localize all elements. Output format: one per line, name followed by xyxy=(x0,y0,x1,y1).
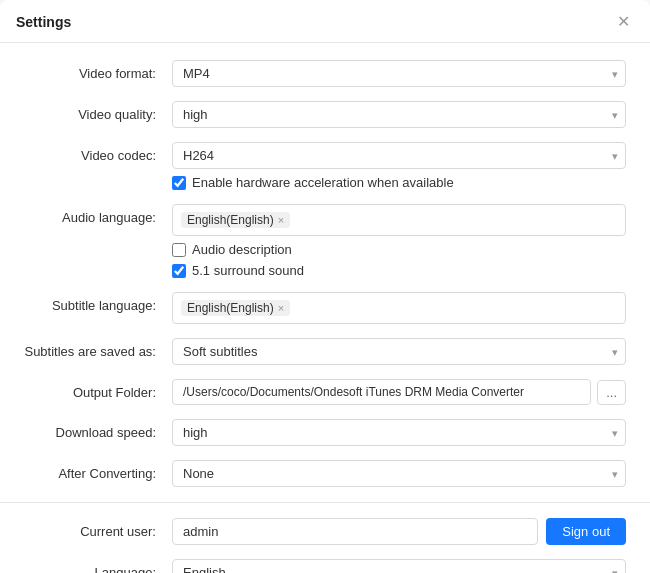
subtitles-saved-as-row: Subtitles are saved as: Soft subtitles H… xyxy=(0,331,650,372)
hw-acceleration-checkbox[interactable] xyxy=(172,176,186,190)
output-folder-control: ... xyxy=(172,379,626,405)
divider xyxy=(0,502,650,503)
subtitle-language-control: English(English) × xyxy=(172,292,626,324)
output-folder-input-row: ... xyxy=(172,379,626,405)
video-quality-row: Video quality: high medium low ▾ xyxy=(0,94,650,135)
subtitles-saved-as-select[interactable]: Soft subtitles Hard subtitles None xyxy=(172,338,626,365)
sign-out-button[interactable]: Sign out xyxy=(546,518,626,545)
window-title: Settings xyxy=(16,14,71,30)
hw-acceleration-label[interactable]: Enable hardware acceleration when availa… xyxy=(192,175,454,190)
language-select-wrapper: English Chinese Japanese French German ▾ xyxy=(172,559,626,573)
surround-sound-label[interactable]: 5.1 surround sound xyxy=(192,263,304,278)
subtitle-language-row: Subtitle language: English(English) × xyxy=(0,285,650,331)
settings-content: Video format: MP4 MKV AVI MOV ▾ Video qu… xyxy=(0,43,650,573)
current-user-control: Sign out xyxy=(172,518,626,545)
title-bar: Settings ✕ xyxy=(0,0,650,43)
after-converting-control: None Open folder Shut down ▾ xyxy=(172,460,626,487)
language-control: English Chinese Japanese French German ▾ xyxy=(172,559,626,573)
after-converting-row: After Converting: None Open folder Shut … xyxy=(0,453,650,494)
video-codec-select-wrapper: H264 H265 AV1 ▾ xyxy=(172,142,626,169)
current-user-input[interactable] xyxy=(172,518,538,545)
audio-language-tag-close-icon[interactable]: × xyxy=(278,215,284,226)
language-label: Language: xyxy=(24,559,172,573)
subtitles-saved-as-label: Subtitles are saved as: xyxy=(24,338,172,359)
download-speed-row: Download speed: high medium low ▾ xyxy=(0,412,650,453)
video-quality-control: high medium low ▾ xyxy=(172,101,626,128)
audio-description-checkbox[interactable] xyxy=(172,243,186,257)
video-format-row: Video format: MP4 MKV AVI MOV ▾ xyxy=(0,53,650,94)
audio-language-tag-input[interactable]: English(English) × xyxy=(172,204,626,236)
audio-description-label[interactable]: Audio description xyxy=(192,242,292,257)
video-codec-row: Video codec: H264 H265 AV1 ▾ Enable hard… xyxy=(0,135,650,197)
audio-language-control: English(English) × Audio description 5.1… xyxy=(172,204,626,278)
output-folder-input[interactable] xyxy=(172,379,591,405)
download-speed-label: Download speed: xyxy=(24,419,172,440)
surround-sound-row: 5.1 surround sound xyxy=(172,263,626,278)
current-user-input-row: Sign out xyxy=(172,518,626,545)
audio-language-row: Audio language: English(English) × Audio… xyxy=(0,197,650,285)
subtitles-saved-as-control: Soft subtitles Hard subtitles None ▾ xyxy=(172,338,626,365)
video-quality-label: Video quality: xyxy=(24,101,172,122)
hw-acceleration-row: Enable hardware acceleration when availa… xyxy=(172,175,626,190)
surround-sound-checkbox[interactable] xyxy=(172,264,186,278)
language-row: Language: English Chinese Japanese Frenc… xyxy=(0,552,650,573)
subtitle-language-label: Subtitle language: xyxy=(24,292,172,313)
video-quality-select-wrapper: high medium low ▾ xyxy=(172,101,626,128)
subtitle-language-tag-input[interactable]: English(English) × xyxy=(172,292,626,324)
video-codec-label: Video codec: xyxy=(24,142,172,163)
audio-language-tag-text: English(English) xyxy=(187,213,274,227)
subtitle-language-tag-close-icon[interactable]: × xyxy=(278,303,284,314)
subtitle-language-tag: English(English) × xyxy=(181,300,290,316)
download-speed-select-wrapper: high medium low ▾ xyxy=(172,419,626,446)
video-format-label: Video format: xyxy=(24,60,172,81)
subtitle-language-tag-text: English(English) xyxy=(187,301,274,315)
output-folder-browse-button[interactable]: ... xyxy=(597,380,626,405)
video-codec-control: H264 H265 AV1 ▾ Enable hardware accelera… xyxy=(172,142,626,190)
download-speed-control: high medium low ▾ xyxy=(172,419,626,446)
video-format-select[interactable]: MP4 MKV AVI MOV xyxy=(172,60,626,87)
close-button[interactable]: ✕ xyxy=(613,12,634,32)
download-speed-select[interactable]: high medium low xyxy=(172,419,626,446)
after-converting-select[interactable]: None Open folder Shut down xyxy=(172,460,626,487)
audio-language-tag: English(English) × xyxy=(181,212,290,228)
video-format-select-wrapper: MP4 MKV AVI MOV ▾ xyxy=(172,60,626,87)
after-converting-select-wrapper: None Open folder Shut down ▾ xyxy=(172,460,626,487)
after-converting-label: After Converting: xyxy=(24,460,172,481)
current-user-label: Current user: xyxy=(24,518,172,539)
video-codec-select[interactable]: H264 H265 AV1 xyxy=(172,142,626,169)
language-select[interactable]: English Chinese Japanese French German xyxy=(172,559,626,573)
output-folder-label: Output Folder: xyxy=(24,379,172,400)
audio-language-label: Audio language: xyxy=(24,204,172,225)
video-quality-select[interactable]: high medium low xyxy=(172,101,626,128)
current-user-row: Current user: Sign out xyxy=(0,511,650,552)
settings-window: Settings ✕ Video format: MP4 MKV AVI MOV… xyxy=(0,0,650,573)
output-folder-row: Output Folder: ... xyxy=(0,372,650,412)
subtitles-saved-as-select-wrapper: Soft subtitles Hard subtitles None ▾ xyxy=(172,338,626,365)
audio-description-row: Audio description xyxy=(172,242,626,257)
video-format-control: MP4 MKV AVI MOV ▾ xyxy=(172,60,626,87)
